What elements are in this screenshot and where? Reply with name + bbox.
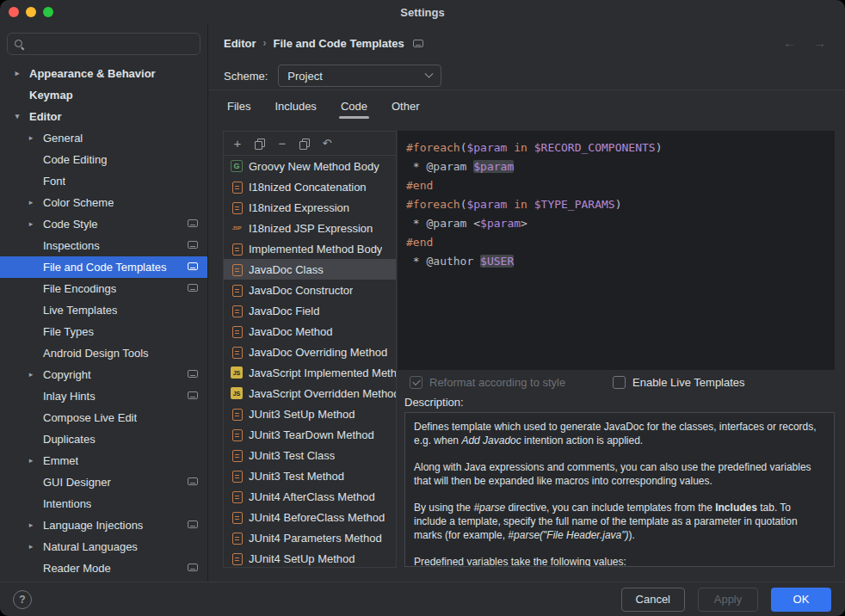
js-file-icon: JS — [231, 387, 243, 399]
template-item-junit3-test-class[interactable]: JUnit3 Test Class — [224, 445, 396, 465]
template-item-label: JUnit3 SetUp Method — [249, 408, 355, 421]
sidebar-item-natural-languages[interactable]: ▸Natural Languages — [0, 536, 207, 557]
template-item-javascript-overridden-method[interactable]: JSJavaScript Overridden Method — [224, 383, 396, 403]
template-item-junit4-parameters-method[interactable]: JUnit4 Parameters Method — [224, 527, 396, 548]
sidebar-item-gui-designer[interactable]: GUI Designer — [0, 471, 207, 493]
template-item-javadoc-constructor[interactable]: JavaDoc Constructor — [224, 280, 396, 300]
chevron-right-icon[interactable]: ▸ — [27, 371, 35, 379]
live-templates-checkbox[interactable] — [613, 376, 626, 389]
template-item-javascript-implemented-method[interactable]: JSJavaScript Implemented Method — [224, 362, 396, 383]
template-item-javadoc-class[interactable]: JavaDoc Class — [224, 259, 396, 280]
template-item-implemented-method-body[interactable]: Implemented Method Body — [224, 238, 396, 259]
sidebar-item-inlay-hints[interactable]: Inlay Hints — [0, 385, 207, 407]
copy-icon[interactable] — [254, 138, 266, 150]
back-icon[interactable]: ← — [783, 35, 796, 50]
chevron-right-icon[interactable]: ▸ — [27, 457, 35, 465]
reformat-option: Reformat according to style — [410, 373, 565, 391]
sidebar-item-copyright[interactable]: ▸Copyright — [0, 364, 207, 385]
template-item-label: JavaScript Implemented Method — [249, 367, 396, 379]
code-line: * @author $USER — [406, 252, 835, 271]
reset-icon[interactable]: ↶ — [321, 138, 333, 150]
template-item-label: Groovy New Method Body — [249, 160, 379, 173]
duplicate-icon[interactable] — [299, 138, 311, 150]
sidebar-item-label: Code Style — [43, 218, 98, 231]
minimize-button[interactable] — [26, 7, 36, 17]
settings-tree: ▸Appearance & BehaviorKeymap▾Editor▸Gene… — [0, 63, 207, 579]
chevron-right-icon[interactable]: ▸ — [13, 70, 22, 77]
sidebar-item-font[interactable]: Font — [0, 170, 207, 192]
template-file-icon — [231, 408, 243, 420]
sidebar-item-language-injections[interactable]: ▸Language Injections — [0, 514, 207, 536]
sidebar-item-duplicates[interactable]: Duplicates — [0, 428, 207, 450]
sidebar-item-intentions[interactable]: Intentions — [0, 493, 207, 514]
sidebar-item-file-encodings[interactable]: File Encodings — [0, 278, 207, 299]
sidebar-item-keymap[interactable]: Keymap — [0, 84, 207, 106]
sidebar-item-reader-mode[interactable]: Reader Mode — [0, 557, 207, 579]
template-item-label: JUnit4 BeforeClass Method — [249, 511, 385, 524]
forward-icon[interactable]: → — [813, 35, 826, 50]
sidebar-item-file-types[interactable]: File Types — [0, 321, 207, 342]
templates-content: +−↶ GGroovy New Method BodyI18nized Conc… — [209, 122, 845, 582]
search-input[interactable] — [30, 38, 194, 51]
template-item-junit4-afterclass-method[interactable]: JUnit4 AfterClass Method — [224, 486, 396, 507]
sidebar-item-inspections[interactable]: Inspections — [0, 235, 207, 256]
sidebar-item-file-and-code-templates[interactable]: File and Code Templates — [0, 256, 207, 278]
template-item-javadoc-method[interactable]: JavaDoc Method — [224, 321, 396, 342]
close-button[interactable] — [9, 7, 19, 17]
ide-config-icon — [188, 391, 198, 399]
chevron-down-icon[interactable]: ▾ — [13, 113, 22, 120]
sidebar-item-label: File Types — [43, 325, 94, 338]
main-panel: Editor › File and Code Templates ← → Sch… — [209, 24, 845, 582]
template-item-javadoc-field[interactable]: JavaDoc Field — [224, 300, 396, 321]
scheme-select[interactable]: Project — [278, 65, 441, 87]
remove-icon[interactable]: − — [276, 138, 288, 150]
sidebar-item-code-editing[interactable]: Code Editing — [0, 149, 207, 170]
sidebar-item-label: Intentions — [43, 497, 91, 510]
sidebar-item-general[interactable]: ▸General — [0, 127, 207, 149]
template-item-i18nized-concatenation[interactable]: I18nized Concatenation — [224, 176, 396, 197]
chevron-right-icon[interactable]: ▸ — [27, 543, 35, 551]
breadcrumb: Editor › File and Code Templates — [209, 24, 845, 62]
chevron-right-icon[interactable]: ▸ — [27, 521, 35, 529]
settings-search-box[interactable] — [7, 33, 200, 55]
template-item-i18nized-expression[interactable]: I18nized Expression — [224, 197, 396, 218]
cancel-button[interactable]: Cancel — [621, 588, 685, 612]
tab-includes[interactable]: Includes — [273, 100, 318, 122]
sidebar-item-android-design-tools[interactable]: Android Design Tools — [0, 342, 207, 364]
chevron-right-icon[interactable]: ▸ — [27, 220, 35, 228]
template-list-panel: +−↶ GGroovy New Method BodyI18nized Conc… — [223, 131, 397, 568]
template-item-junit3-test-method[interactable]: JUnit3 Test Method — [224, 465, 396, 486]
tab-other[interactable]: Other — [390, 100, 422, 122]
tab-code[interactable]: Code — [339, 100, 369, 122]
sidebar-item-code-style[interactable]: ▸Code Style — [0, 213, 207, 235]
template-item-junit3-teardown-method[interactable]: JUnit3 TearDown Method — [224, 424, 396, 445]
ok-button[interactable]: OK — [771, 588, 831, 612]
template-item-i18nized-jsp-expression[interactable]: JSPI18nized JSP Expression — [224, 218, 396, 238]
help-button[interactable]: ? — [13, 590, 32, 609]
tab-files[interactable]: Files — [225, 100, 252, 122]
code-token: $param — [480, 217, 521, 230]
code-line: #end — [406, 233, 835, 252]
zoom-button[interactable] — [43, 7, 53, 17]
template-item-groovy-new-method-body[interactable]: GGroovy New Method Body — [224, 156, 396, 176]
template-item-javadoc-overriding-method[interactable]: JavaDoc Overriding Method — [224, 342, 396, 362]
chevron-right-icon[interactable]: ▸ — [27, 134, 35, 142]
sidebar-item-compose-live-edit[interactable]: Compose Live Edit — [0, 407, 207, 428]
sidebar-item-emmet[interactable]: ▸Emmet — [0, 450, 207, 471]
sidebar-item-color-scheme[interactable]: ▸Color Scheme — [0, 192, 207, 213]
live-templates-option[interactable]: Enable Live Templates — [613, 373, 745, 391]
template-item-junit3-setup-method[interactable]: JUnit3 SetUp Method — [224, 403, 396, 424]
template-item-junit4-setup-method[interactable]: JUnit4 SetUp Method — [224, 548, 396, 567]
chevron-right-icon[interactable]: ▸ — [27, 199, 35, 206]
description-paragraph: By using the #parse directive, you can i… — [414, 501, 825, 542]
sidebar-item-label: Appearance & Behavior — [29, 67, 156, 80]
sidebar-item-live-templates[interactable]: Live Templates — [0, 299, 207, 321]
template-item-label: JavaDoc Class — [249, 263, 324, 276]
sidebar-item-appearance-behavior[interactable]: ▸Appearance & Behavior — [0, 63, 207, 84]
add-icon[interactable]: + — [231, 138, 244, 150]
breadcrumb-item-editor[interactable]: Editor — [224, 37, 256, 50]
template-item-junit4-beforeclass-method[interactable]: JUnit4 BeforeClass Method — [224, 507, 396, 527]
template-item-label: JUnit4 SetUp Method — [249, 552, 355, 565]
template-editor[interactable]: #foreach($param in $RECORD_COMPONENTS) *… — [398, 131, 835, 370]
sidebar-item-editor[interactable]: ▾Editor — [0, 106, 207, 127]
